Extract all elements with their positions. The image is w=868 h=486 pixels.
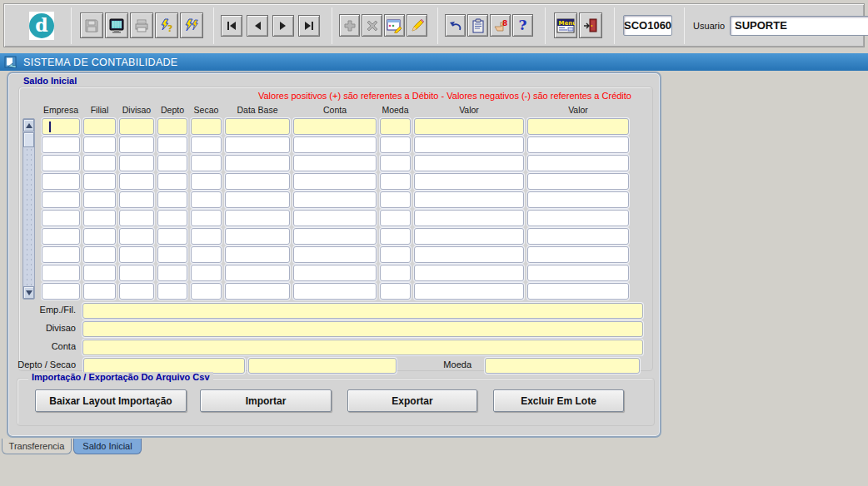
grid-cell-valor[interactable] (527, 191, 629, 208)
grid-cell-divisao[interactable] (119, 191, 154, 208)
grid-cell-secao[interactable] (191, 228, 222, 245)
grid-cell-conta[interactable] (293, 228, 377, 245)
grid-cell-conta[interactable] (293, 246, 377, 263)
grid-cell-depto[interactable] (157, 228, 187, 245)
grid-cell-empresa[interactable] (42, 118, 80, 135)
grid-cell-filial[interactable] (83, 191, 116, 208)
grid-cell-depto[interactable] (157, 173, 187, 190)
grid-cell-moeda[interactable] (380, 265, 411, 281)
grid-cell-valor[interactable] (527, 265, 629, 281)
save-button[interactable] (80, 12, 103, 38)
grid-cell-divisao[interactable] (119, 155, 154, 171)
grid-cell-secao[interactable] (191, 173, 222, 190)
grid-cell-valor[interactable] (414, 228, 524, 245)
execute-query-button[interactable] (180, 12, 203, 38)
cut-record-button[interactable]: 8 (490, 14, 511, 37)
grid-cell-divisao[interactable] (119, 173, 154, 190)
grid-cell-divisao[interactable] (119, 118, 154, 135)
print-button[interactable] (130, 12, 153, 38)
grid-cell-filial[interactable] (83, 210, 116, 226)
query-help-button[interactable]: ? (155, 12, 178, 38)
grid-cell-filial[interactable] (83, 283, 116, 300)
grid-cell-data-base[interactable] (225, 118, 290, 135)
grid-cell-valor[interactable] (527, 283, 629, 300)
grid-cell-filial[interactable] (83, 228, 116, 245)
grid-cell-secao[interactable] (191, 283, 222, 300)
grid-cell-secao[interactable] (191, 246, 222, 263)
divisao-field[interactable] (82, 321, 643, 337)
screen-button[interactable] (105, 12, 128, 38)
grid-cell-conta[interactable] (293, 118, 377, 135)
previous-record-button[interactable] (247, 15, 268, 37)
record-scrollbar[interactable] (22, 118, 35, 300)
grid-cell-data-base[interactable] (225, 265, 290, 281)
grid-cell-secao[interactable] (191, 136, 222, 153)
grid-cell-depto[interactable] (157, 265, 187, 281)
grid-cell-valor[interactable] (414, 173, 524, 190)
conta-field[interactable] (82, 340, 643, 355)
grid-cell-divisao[interactable] (119, 136, 154, 153)
grid-cell-valor[interactable] (414, 265, 524, 281)
moeda-field[interactable] (485, 358, 640, 374)
emp-fil-field[interactable] (82, 303, 643, 319)
grid-cell-data-base[interactable] (225, 210, 290, 226)
grid-cell-data-base[interactable] (225, 155, 290, 171)
grid-cell-moeda[interactable] (380, 283, 411, 300)
grid-cell-filial[interactable] (83, 173, 116, 190)
grid-cell-valor[interactable] (414, 283, 524, 300)
grid-cell-depto[interactable] (157, 191, 187, 208)
grid-cell-empresa[interactable] (42, 265, 80, 281)
grid-cell-data-base[interactable] (225, 173, 290, 190)
grid-cell-data-base[interactable] (225, 246, 290, 263)
grid-cell-empresa[interactable] (42, 191, 80, 208)
grid-cell-depto[interactable] (157, 210, 187, 226)
grid-cell-filial[interactable] (83, 265, 116, 281)
grid-cell-empresa[interactable] (42, 283, 80, 300)
edit-record-button[interactable] (384, 14, 405, 37)
grid-cell-secao[interactable] (191, 155, 222, 171)
grid-cell-secao[interactable] (191, 118, 222, 135)
grid-cell-data-base[interactable] (225, 228, 290, 245)
grid-cell-data-base[interactable] (225, 283, 290, 300)
clipboard-button[interactable] (467, 14, 488, 37)
secao-field[interactable] (248, 358, 397, 374)
grid-cell-empresa[interactable] (42, 136, 80, 153)
scroll-down-button[interactable] (23, 286, 34, 299)
grid-cell-conta[interactable] (293, 173, 377, 190)
grid-cell-empresa[interactable] (42, 246, 80, 263)
grid-cell-divisao[interactable] (119, 210, 154, 226)
grid-cell-valor[interactable] (527, 136, 629, 153)
grid-cell-filial[interactable] (83, 136, 116, 153)
grid-cell-conta[interactable] (293, 265, 377, 281)
grid-cell-filial[interactable] (83, 155, 116, 171)
grid-cell-moeda[interactable] (380, 191, 411, 208)
grid-cell-moeda[interactable] (380, 210, 411, 226)
grid-cell-depto[interactable] (157, 283, 187, 300)
user-input[interactable] (730, 16, 868, 36)
grid-cell-filial[interactable] (83, 246, 116, 263)
grid-cell-moeda[interactable] (380, 228, 411, 245)
scrollbar-thumb[interactable] (23, 132, 34, 147)
tab-transferencia[interactable]: Transferencia (2, 439, 72, 454)
excluir-em-lote-button[interactable]: Excluir Em Lote (493, 389, 624, 412)
grid-cell-moeda[interactable] (380, 155, 411, 171)
grid-cell-secao[interactable] (191, 191, 222, 208)
grid-cell-divisao[interactable] (119, 228, 154, 245)
undo-button[interactable] (445, 14, 466, 37)
next-record-button[interactable] (272, 15, 294, 37)
grid-cell-conta[interactable] (293, 155, 377, 171)
grid-cell-conta[interactable] (293, 210, 377, 226)
grid-cell-valor[interactable] (527, 155, 629, 171)
grid-cell-valor[interactable] (414, 191, 524, 208)
grid-cell-valor[interactable] (414, 246, 524, 263)
grid-cell-valor[interactable] (527, 246, 629, 263)
scroll-up-button[interactable] (23, 119, 34, 131)
grid-cell-depto[interactable] (157, 246, 187, 263)
exit-button[interactable] (579, 12, 602, 38)
grid-cell-conta[interactable] (293, 136, 377, 153)
grid-cell-depto[interactable] (157, 118, 187, 135)
grid-cell-moeda[interactable] (380, 118, 411, 135)
grid-cell-valor[interactable] (414, 118, 524, 135)
grid-cell-secao[interactable] (191, 265, 222, 281)
grid-cell-valor[interactable] (414, 155, 524, 171)
